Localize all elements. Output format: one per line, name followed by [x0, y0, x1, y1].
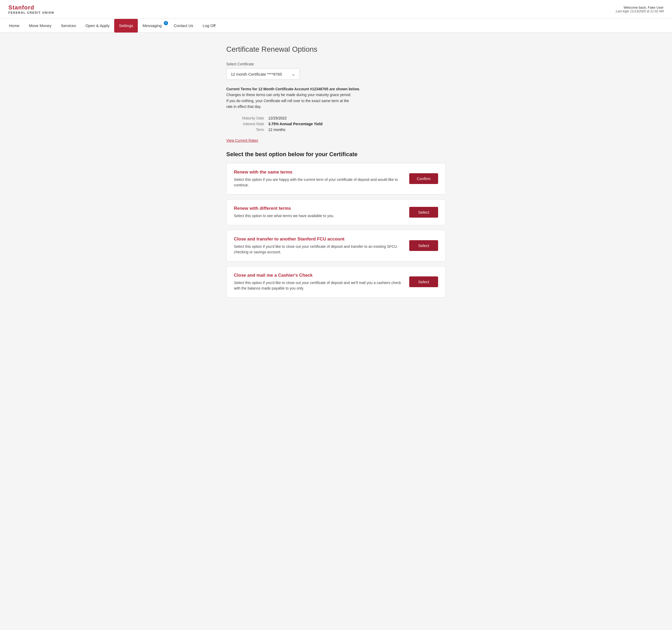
detail-key-maturity: Maturity Date [226, 116, 268, 120]
nav-open-apply[interactable]: Open & Apply [80, 19, 114, 32]
option-desc-close-transfer: Select this option if you'd like to clos… [234, 244, 403, 255]
confirm-button[interactable]: Confirm [409, 173, 438, 184]
section-heading: Select the best option below for your Ce… [226, 151, 446, 158]
select-button-transfer[interactable]: Select [409, 240, 438, 251]
detail-row-maturity: Maturity Date 12/25/2022 [226, 116, 446, 120]
option-title-renew-same: Renew with the same terms [234, 170, 403, 175]
nav-settings[interactable]: Settings [114, 19, 138, 32]
header: Stanford FEDERAL CREDIT UNION Welcome ba… [0, 0, 672, 19]
detail-value-term: 12 months [268, 127, 285, 132]
option-card-renew-different: Renew with different terms Select this o… [226, 199, 446, 225]
info-line3: If you do nothing, your Certificate will… [226, 98, 379, 104]
info-block: Current Terms for 12 Month Certificate A… [226, 86, 379, 110]
messaging-badge: 9 [164, 21, 168, 25]
option-desc-renew-different: Select this option to see what terms we … [234, 213, 403, 219]
nav-home[interactable]: Home [4, 19, 24, 32]
logo: Stanford FEDERAL CREDIT UNION [8, 4, 54, 14]
nav: Home Move Money Services Open & Apply Se… [0, 19, 672, 32]
option-title-close-check: Close and mail me a Cashier's Check [234, 273, 403, 278]
logo-stanford: Stanford [8, 4, 54, 11]
detail-key-rate: Interest Rate [226, 122, 268, 126]
option-card-close-transfer: Close and transfer to another Stanford F… [226, 230, 446, 262]
detail-row-term: Term 12 months [226, 127, 446, 132]
info-bold-line: Current Terms for 12 Month Certificate A… [226, 87, 360, 91]
option-desc-close-check: Select this option if you'd like to clos… [234, 280, 403, 291]
details-table: Maturity Date 12/25/2022 Interest Rate 3… [226, 116, 446, 132]
page-title: Certificate Renewal Options [226, 45, 446, 53]
cert-dropdown[interactable]: 12 month Certificate ****8765 ⌄ [226, 68, 300, 80]
detail-value-maturity: 12/25/2022 [268, 116, 287, 120]
nav-messaging[interactable]: Messaging 9 [138, 19, 169, 32]
welcome-text: Welcome back, Fake User [616, 5, 664, 9]
option-title-renew-different: Renew with different terms [234, 206, 403, 211]
option-content-renew-same: Renew with the same terms Select this op… [234, 170, 409, 188]
detail-value-rate: 3.75% Annual Percentage Yield [268, 122, 322, 126]
info-line4: rate in effect that day. [226, 104, 379, 110]
main-content: Certificate Renewal Options Select Certi… [218, 32, 454, 315]
select-button-different[interactable]: Select [409, 207, 438, 218]
option-content-close-check: Close and mail me a Cashier's Check Sele… [234, 273, 409, 291]
chevron-down-icon: ⌄ [291, 71, 295, 77]
last-login: Last login 11/13/2020 at 11:02 AM [616, 9, 664, 13]
option-content-renew-different: Renew with different terms Select this o… [234, 206, 409, 219]
option-card-renew-same: Renew with the same terms Select this op… [226, 163, 446, 195]
nav-contact-us[interactable]: Contact Us [169, 19, 198, 32]
user-info: Welcome back, Fake User Last login 11/13… [616, 5, 664, 13]
nav-move-money[interactable]: Move Money [24, 19, 56, 32]
info-line2: Changes to these terms can only be made … [226, 92, 379, 98]
nav-services[interactable]: Services [56, 19, 81, 32]
select-cert-label: Select Certificate [226, 62, 446, 66]
select-button-check[interactable]: Select [409, 276, 438, 287]
view-rates-link[interactable]: View Current Rates [226, 138, 258, 143]
detail-row-rate: Interest Rate 3.75% Annual Percentage Yi… [226, 122, 446, 126]
detail-key-term: Term [226, 127, 268, 132]
option-card-close-check: Close and mail me a Cashier's Check Sele… [226, 266, 446, 298]
option-title-close-transfer: Close and transfer to another Stanford F… [234, 237, 403, 242]
option-desc-renew-same: Select this option if you are happy with… [234, 177, 403, 188]
cert-dropdown-value: 12 month Certificate ****8765 [231, 72, 282, 76]
nav-log-off[interactable]: Log Off [198, 19, 220, 32]
logo-sub: FEDERAL CREDIT UNION [8, 11, 54, 14]
option-content-close-transfer: Close and transfer to another Stanford F… [234, 237, 409, 255]
